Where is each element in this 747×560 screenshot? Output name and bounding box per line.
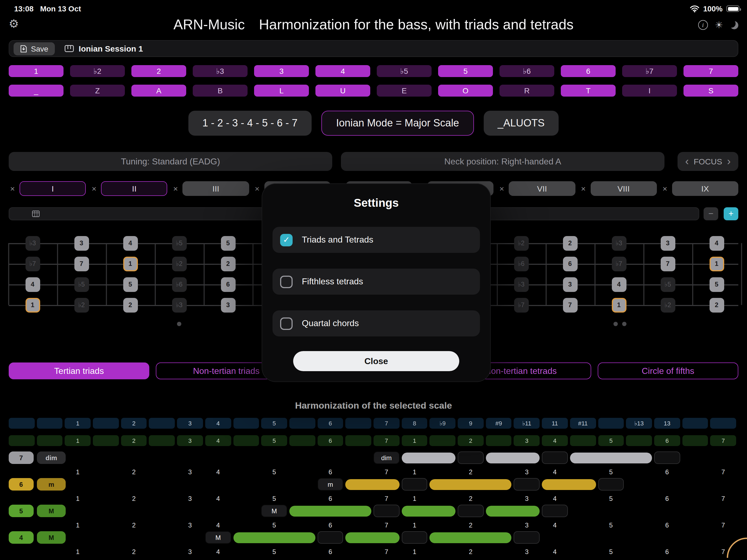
navy-cell: #9	[486, 418, 512, 429]
chord-degree-pill[interactable]: 7	[9, 451, 33, 464]
setting-label: Triads and Tetrads	[302, 235, 373, 245]
degree-number: 4	[542, 522, 568, 530]
degree-number: 2	[121, 468, 147, 476]
degree-number: 3	[177, 468, 203, 476]
navy-cell: ♭11	[514, 418, 540, 429]
close-button[interactable]: Close	[293, 351, 459, 371]
navy-cell	[37, 418, 62, 429]
navy-cell: 7	[374, 418, 399, 429]
navy-cell: 11	[542, 418, 568, 429]
degree-number: 4	[205, 548, 231, 556]
chord-quality-pill[interactable]: dim	[37, 451, 66, 464]
navy-cell	[710, 418, 736, 429]
degree-number: 7	[374, 548, 399, 556]
degree-number: 3	[177, 548, 203, 556]
green-cell: 6	[654, 435, 680, 446]
degree-number: 3	[177, 495, 203, 503]
degree-number: 6	[317, 522, 343, 530]
chord-degree-pill[interactable]: 6	[9, 478, 33, 490]
degree-number: 7	[710, 468, 736, 476]
chord-tone-slot	[402, 478, 427, 490]
degree-number: 1	[65, 495, 91, 503]
degree-number: 5	[261, 548, 287, 556]
settings-modal: Settings ✓Triads and TetradsFifthless te…	[262, 183, 491, 382]
setting-option-fifthless-tetrads[interactable]: Fifthless tetrads	[273, 269, 480, 295]
degree-number: 5	[598, 522, 624, 530]
green-cell: 4	[205, 435, 231, 446]
degree-number: 1	[402, 522, 427, 530]
navy-cell	[93, 418, 119, 429]
setting-label: Fifthless tetrads	[302, 277, 363, 287]
chord-span-bar	[402, 505, 456, 516]
chord-span-bar	[486, 452, 540, 463]
chord-tone-slot	[317, 531, 343, 544]
chord-degree-pill[interactable]: 5	[9, 505, 33, 517]
checkbox-unchecked-icon[interactable]	[280, 317, 292, 330]
navy-cell: 9	[458, 418, 484, 429]
chord-span-bar	[570, 452, 652, 463]
app-root: 13:08 Mon 13 Oct 100% ⚙ ARN-MusicHarmoni…	[0, 0, 747, 560]
navy-cell: 6	[317, 418, 343, 429]
setting-option-quartal-chords[interactable]: Quartal chords	[273, 311, 480, 337]
degree-number: 6	[317, 468, 343, 476]
setting-option-triads-and-tetrads[interactable]: ✓Triads and Tetrads	[273, 227, 480, 253]
degree-number: 4	[205, 522, 231, 530]
chord-degree-pill[interactable]: 4	[9, 531, 33, 544]
degree-number: 1	[65, 522, 91, 530]
degree-number: 6	[317, 495, 343, 503]
green-cell: 1	[402, 435, 427, 446]
degree-number: 2	[458, 468, 484, 476]
navy-cell	[345, 418, 371, 429]
chord-label: M	[205, 531, 231, 544]
green-cell	[149, 435, 175, 446]
green-cell: 3	[177, 435, 203, 446]
degree-number: 6	[317, 548, 343, 556]
degree-number: 2	[458, 495, 484, 503]
green-cell: 2	[458, 435, 484, 446]
degree-number: 7	[374, 522, 399, 530]
chord-quality-pill[interactable]: M	[37, 505, 66, 517]
green-cell: 5	[598, 435, 624, 446]
chord-quality-pill[interactable]: M	[37, 531, 66, 544]
navy-cell: 5	[261, 418, 287, 429]
chord-span-bar	[289, 505, 371, 516]
degree-number: 1	[402, 468, 427, 476]
page-curl-icon[interactable]	[724, 535, 747, 560]
green-cell	[9, 435, 34, 446]
checkbox-checked-icon[interactable]: ✓	[280, 234, 292, 246]
green-cell: 2	[121, 435, 147, 446]
navy-cell	[289, 418, 315, 429]
chord-label: m	[317, 478, 343, 490]
chord-span-bar	[542, 479, 596, 490]
chord-tone-slot	[542, 451, 568, 464]
degree-number: 6	[654, 468, 680, 476]
navy-cell	[598, 418, 624, 429]
chord-row-5-m: 5MM	[9, 505, 738, 517]
degree-number: 1	[402, 548, 427, 556]
green-cell	[486, 435, 512, 446]
green-cell	[93, 435, 119, 446]
degree-number: 5	[261, 522, 287, 530]
green-cell	[345, 435, 371, 446]
green-cell	[289, 435, 315, 446]
degree-number: 4	[205, 468, 231, 476]
setting-label: Quartal chords	[302, 319, 359, 328]
degree-number-row: 12345671234567	[9, 548, 738, 560]
chord-row-4-m: 4MM	[9, 531, 738, 544]
degree-number: 5	[261, 468, 287, 476]
chord-span-bar	[486, 505, 540, 516]
navy-cell: ♭9	[430, 418, 456, 429]
green-cell	[682, 435, 708, 446]
chord-tone-slot	[458, 451, 484, 464]
green-cell	[570, 435, 596, 446]
navy-cell	[233, 418, 259, 429]
degree-number: 2	[458, 548, 484, 556]
checkbox-unchecked-icon[interactable]	[280, 275, 292, 288]
green-cell: 7	[374, 435, 399, 446]
chord-quality-pill[interactable]: m	[37, 478, 66, 490]
chord-label: M	[261, 505, 287, 517]
navy-cell: ♭13	[626, 418, 652, 429]
navy-cell: 4	[205, 418, 231, 429]
chord-tone-slot	[458, 505, 484, 517]
chord-tone-slot	[402, 531, 427, 544]
